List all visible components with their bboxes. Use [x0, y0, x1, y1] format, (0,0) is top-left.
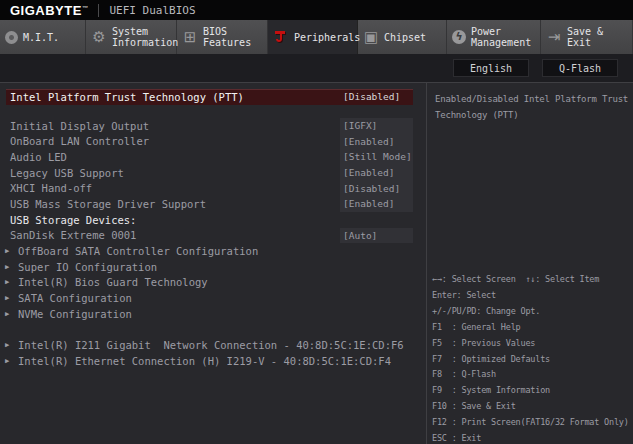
settings-row-offboard-sata-controller-configuration[interactable]: ▶OffBoard SATA Controller Configuration	[0, 243, 426, 259]
tab-label: Peripherals	[294, 32, 360, 43]
bios-icon: ⊞	[182, 32, 198, 43]
tab-chipset[interactable]: ▣Chipset	[358, 20, 447, 54]
setting-label: SATA Configuration	[0, 292, 132, 304]
setting-label: Audio LED	[0, 151, 67, 163]
setting-value[interactable]: [Still Mode]	[340, 149, 413, 165]
setting-label: USB Storage Devices:	[0, 214, 136, 226]
row-spacer	[0, 105, 426, 118]
help-key-line: F1 : General Help	[432, 320, 633, 336]
english-button[interactable]: English	[453, 59, 529, 77]
setting-value[interactable]: [Auto]	[340, 228, 413, 244]
tab-save-exit[interactable]: ⇥Save & Exit	[541, 20, 633, 54]
settings-row-initial-display-output[interactable]: Initial Display Output[IGFX]	[0, 118, 426, 134]
setting-value[interactable]: [Disabled]	[340, 180, 413, 196]
settings-row-audio-led[interactable]: Audio LED[Still Mode]	[0, 149, 426, 165]
setting-label: OffBoard SATA Controller Configuration	[0, 245, 258, 257]
help-key-line: F7 : Optimized Defaults	[432, 352, 633, 368]
bios-screen: GIGABYTE™ UEFI DualBIOS M.I.T.⚙System In…	[0, 0, 633, 444]
settings-row-legacy-usb-support[interactable]: Legacy USB Support[Enabled]	[0, 165, 426, 181]
tab-label: BIOS Features	[203, 26, 267, 48]
tab-label: System Information	[112, 26, 178, 48]
settings-row-sata-configuration[interactable]: ▶SATA Configuration	[0, 290, 426, 306]
help-key-line: ←→: Select Screen ↑↓: Select Item	[432, 272, 633, 288]
setting-label: Intel(R) Bios Guard Technology	[0, 276, 208, 288]
setting-label: Intel(R) Ethernet Connection (H) I219-V …	[0, 355, 391, 367]
settings-row-sandisk-extreme-0001[interactable]: SanDisk Extreme 0001[Auto]	[0, 228, 426, 244]
chipset-icon: ▣	[363, 32, 379, 43]
titlebar-divider	[98, 4, 99, 17]
tab-label: Save & Exit	[567, 26, 632, 48]
setting-label: Intel Platform Trust Technology (PTT)	[0, 91, 244, 103]
settings-row-super-io-configuration[interactable]: ▶Super IO Configuration	[0, 259, 426, 275]
tab-bios-features[interactable]: ⊞BIOS Features	[177, 20, 268, 54]
trademark-symbol: ™	[82, 4, 89, 10]
help-key-line: Enter: Select	[432, 288, 633, 304]
settings-list: Intel Platform Trust Technology (PTT)[Di…	[0, 83, 426, 444]
settings-row-usb-storage-devices: USB Storage Devices:	[0, 212, 426, 228]
tab-label: M.I.T.	[23, 32, 59, 43]
settings-row-intel-r-i211-gigabit-network-connection-40-8d-5c-1e-cd-f6[interactable]: ▶Intel(R) I211 Gigabit Network Connectio…	[0, 338, 426, 354]
help-key-line: F12 : Print Screen(FAT16/32 Format Only)	[432, 415, 633, 431]
peripherals-icon	[273, 29, 289, 45]
setting-label: OnBoard LAN Controller	[0, 135, 149, 147]
settings-row-intel-platform-trust-technology-ptt[interactable]: Intel Platform Trust Technology (PTT)[Di…	[0, 89, 426, 105]
settings-row-intel-r-ethernet-connection-h-i219-v-40-8d-5c-1e-cd-f4[interactable]: ▶Intel(R) Ethernet Connection (H) I219-V…	[0, 353, 426, 369]
setting-label: Legacy USB Support	[0, 167, 124, 179]
setting-value[interactable]: [Enabled]	[340, 196, 413, 212]
setting-label: USB Mass Storage Driver Support	[0, 198, 206, 210]
help-key-line: F5 : Previous Values	[432, 336, 633, 352]
setting-label: Intel(R) I211 Gigabit Network Connection…	[0, 339, 404, 351]
tab-label: Chipset	[384, 32, 426, 43]
settings-row-onboard-lan-controller[interactable]: OnBoard LAN Controller[Enabled]	[0, 133, 426, 149]
gear-icon: ⚙	[91, 32, 107, 43]
help-key-line: F8 : Q-Flash	[432, 367, 633, 383]
main-area: Intel Platform Trust Technology (PTT)[Di…	[0, 82, 633, 444]
tab-system-information[interactable]: ⚙System Information	[86, 20, 177, 54]
setting-label: NVMe Configuration	[0, 308, 132, 320]
help-key-line: F9 : System Information	[432, 383, 633, 399]
help-key-line: F10 : Save & Exit	[432, 399, 633, 415]
quick-bar: EnglishQ-Flash	[0, 54, 633, 82]
settings-row-usb-mass-storage-driver-support[interactable]: USB Mass Storage Driver Support[Enabled]	[0, 196, 426, 212]
uefi-dualbios-label: UEFI DualBIOS	[109, 4, 195, 17]
row-spacer	[0, 322, 426, 338]
help-description: Enabled/Disabled Intel Platform Trust Te…	[435, 91, 631, 123]
setting-label: XHCI Hand-off	[0, 182, 92, 194]
gigabyte-logo: GIGABYTE™	[10, 3, 88, 18]
title-bar: GIGABYTE™ UEFI DualBIOS	[0, 0, 633, 20]
setting-value[interactable]: [Enabled]	[340, 133, 413, 149]
setting-value[interactable]: [Disabled]	[340, 89, 413, 105]
q-flash-button[interactable]: Q-Flash	[542, 59, 618, 77]
tab-m-i-t[interactable]: M.I.T.	[0, 20, 86, 54]
setting-label: Initial Display Output	[0, 120, 149, 132]
tab-label: Power Management	[471, 26, 540, 48]
tab-power-management[interactable]: ϟPower Management	[447, 20, 541, 54]
help-panel: Enabled/Disabled Intel Platform Trust Te…	[427, 83, 633, 444]
help-key-legend: ←→: Select Screen ↑↓: Select ItemEnter: …	[432, 272, 633, 444]
tab-peripherals[interactable]: Peripherals	[268, 20, 358, 54]
setting-label: SanDisk Extreme 0001	[0, 229, 136, 241]
dial-icon	[5, 31, 18, 44]
setting-value[interactable]: [Enabled]	[340, 165, 413, 181]
power-icon: ϟ	[452, 30, 466, 44]
setting-value[interactable]: [IGFX]	[340, 118, 413, 134]
help-key-line: ESC : Exit	[432, 431, 633, 444]
settings-row-nvme-configuration[interactable]: ▶NVMe Configuration	[0, 306, 426, 322]
setting-label: Super IO Configuration	[0, 261, 157, 273]
settings-row-intel-r-bios-guard-technology[interactable]: ▶Intel(R) Bios Guard Technology	[0, 275, 426, 291]
exit-icon: ⇥	[546, 32, 562, 43]
tab-bar: M.I.T.⚙System Information⊞BIOS FeaturesP…	[0, 20, 633, 54]
settings-row-xhci-hand-off[interactable]: XHCI Hand-off[Disabled]	[0, 180, 426, 196]
help-key-line: +/-/PU/PD: Change Opt.	[432, 304, 633, 320]
